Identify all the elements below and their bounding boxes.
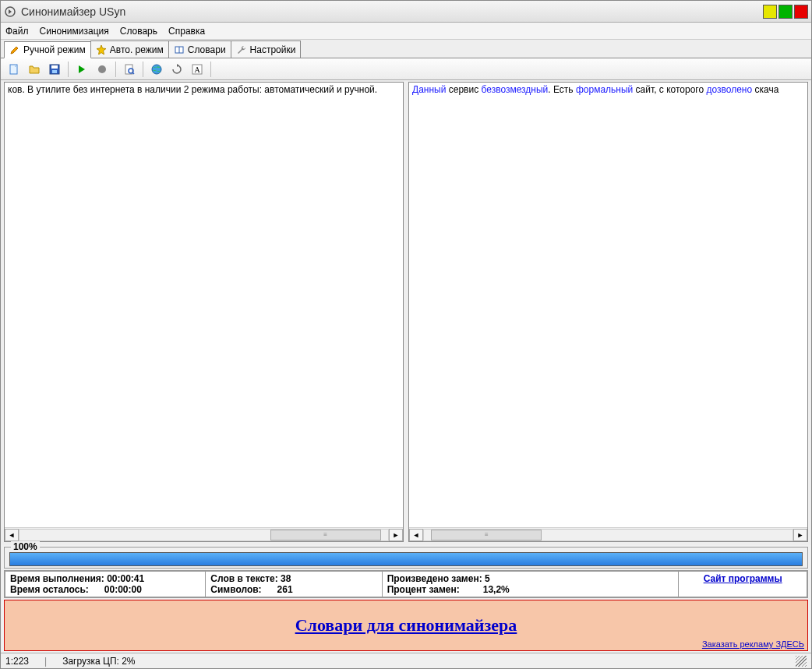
stat-value: 38: [281, 573, 291, 584]
menu-dict[interactable]: Словарь: [120, 26, 157, 37]
source-text-content: ков. В утилите без интернета в наличии 2…: [8, 84, 377, 95]
pencil-icon: [9, 44, 20, 55]
text-fragment: скача: [752, 84, 778, 95]
left-pane: ков. В утилите без интернета в наличии 2…: [4, 82, 404, 542]
toolbar-separator: [210, 62, 211, 77]
book-icon: [174, 44, 185, 55]
resize-grip[interactable]: [796, 656, 807, 667]
preview-button[interactable]: [121, 61, 138, 78]
stat-label: Произведено замен:: [387, 573, 482, 584]
svg-rect-5: [51, 65, 58, 69]
left-scrollbar: ◄ ≡ ►: [5, 527, 403, 541]
toolbar-separator: [115, 62, 116, 77]
cursor-position: 1:223: [5, 656, 29, 667]
scroll-right-button[interactable]: ►: [389, 529, 403, 541]
scroll-left-button[interactable]: ◄: [5, 529, 19, 541]
stat-label: Время осталось:: [10, 584, 89, 595]
star-icon: [96, 44, 107, 55]
banner-order-link[interactable]: Заказать рекламу ЗДЕСЬ: [702, 639, 804, 649]
text-fragment: сервис: [446, 84, 481, 95]
refresh-button[interactable]: [168, 61, 185, 78]
window-buttons: [763, 5, 808, 19]
site-link[interactable]: Сайт программы: [704, 573, 782, 584]
right-scrollbar: ◄ ≡ ►: [409, 527, 807, 541]
toolbar-separator: [143, 62, 143, 77]
svg-rect-6: [52, 70, 57, 73]
tab-settings-label: Настройки: [250, 44, 296, 55]
stats-panel: Время выполнения: 00:00:41 Время осталос…: [4, 570, 808, 598]
tab-settings[interactable]: Настройки: [231, 40, 302, 58]
toolbar: A: [1, 58, 811, 80]
close-button[interactable]: [794, 5, 808, 19]
tab-auto[interactable]: Авто. режим: [90, 40, 169, 58]
stat-value: 00:00:00: [104, 584, 142, 595]
scroll-thumb[interactable]: ≡: [270, 530, 381, 540]
toolbar-separator: [68, 62, 69, 77]
scroll-thumb[interactable]: ≡: [431, 530, 542, 540]
svg-point-11: [152, 65, 161, 74]
scroll-left-button[interactable]: ◄: [409, 529, 423, 541]
open-button[interactable]: [26, 61, 43, 78]
stat-cell: Произведено замен: 5 Процент замен: 13,2…: [382, 572, 679, 597]
wrench-icon: [236, 44, 247, 55]
stat-cell: Время выполнения: 00:00:41 Время осталос…: [5, 572, 206, 597]
web-button[interactable]: [148, 61, 165, 78]
right-pane: Данный сервис безвозмездный. Есть формал…: [408, 82, 808, 542]
svg-text:A: A: [194, 65, 200, 74]
text-fragment: сайт, с которого: [633, 84, 706, 95]
status-separator: |: [44, 656, 47, 667]
site-link-cell: Сайт программы: [679, 572, 807, 597]
stat-label: Слов в тексте:: [210, 573, 278, 584]
menu-file[interactable]: Файл: [5, 26, 29, 37]
save-button[interactable]: [46, 61, 63, 78]
tab-auto-label: Авто. режим: [110, 44, 164, 55]
syn-word[interactable]: дозволено: [706, 84, 752, 95]
statusbar: 1:223 | Загрузка ЦП: 2%: [1, 653, 811, 668]
stat-value: 00:00:41: [107, 573, 144, 584]
progress-bar: [9, 552, 803, 566]
menubar: Файл Синонимизация Словарь Справка: [1, 23, 811, 40]
result-text[interactable]: Данный сервис безвозмездный. Есть формал…: [409, 83, 807, 527]
stop-button[interactable]: [94, 61, 111, 78]
scroll-track[interactable]: ≡: [19, 529, 389, 541]
menu-help[interactable]: Справка: [168, 26, 205, 37]
scroll-track[interactable]: ≡: [423, 529, 793, 541]
text-fragment: . Есть: [548, 84, 576, 95]
cpu-load: Загрузка ЦП: 2%: [62, 656, 135, 667]
tab-manual-label: Ручной режим: [23, 44, 86, 55]
font-button[interactable]: A: [189, 61, 206, 78]
content-area: ков. В утилите без интернета в наличии 2…: [1, 80, 811, 545]
ad-banner: Словари для синонимайзера Заказать рекла…: [4, 600, 808, 651]
maximize-button[interactable]: [778, 5, 793, 19]
banner-main-link[interactable]: Словари для синонимайзера: [295, 615, 517, 636]
syn-word[interactable]: безвозмездный: [481, 84, 548, 95]
window-title: Синонимайзер USyn: [21, 5, 763, 18]
stat-cell: Слов в тексте: 38 Символов: 261: [206, 572, 382, 597]
syn-word[interactable]: Данный: [412, 84, 446, 95]
stat-value: 13,2%: [483, 584, 510, 595]
tab-dicts[interactable]: Словари: [168, 40, 231, 58]
stat-label: Символов:: [210, 584, 261, 595]
progress-percent: 100%: [11, 541, 40, 552]
app-icon: [4, 5, 16, 18]
tabbar: Ручной режим Авто. режим Словари Настрой…: [1, 40, 811, 58]
stat-label: Процент замен:: [387, 584, 460, 595]
stat-label: Время выполнения:: [10, 573, 104, 584]
progress-section: 100%: [4, 547, 808, 569]
syn-word[interactable]: формальный: [576, 84, 633, 95]
minimize-button[interactable]: [763, 5, 777, 19]
scroll-right-button[interactable]: ►: [793, 529, 807, 541]
menu-synon[interactable]: Синонимизация: [40, 26, 109, 37]
source-text[interactable]: ков. В утилите без интернета в наличии 2…: [5, 83, 403, 527]
stat-value: 261: [277, 584, 293, 595]
new-file-button[interactable]: [5, 61, 23, 78]
run-button[interactable]: [73, 61, 90, 78]
svg-point-7: [98, 65, 106, 73]
tab-dicts-label: Словари: [188, 44, 226, 55]
titlebar: Синонимайзер USyn: [1, 1, 811, 23]
stat-value: 5: [485, 573, 490, 584]
tab-manual[interactable]: Ручной режим: [4, 41, 91, 58]
